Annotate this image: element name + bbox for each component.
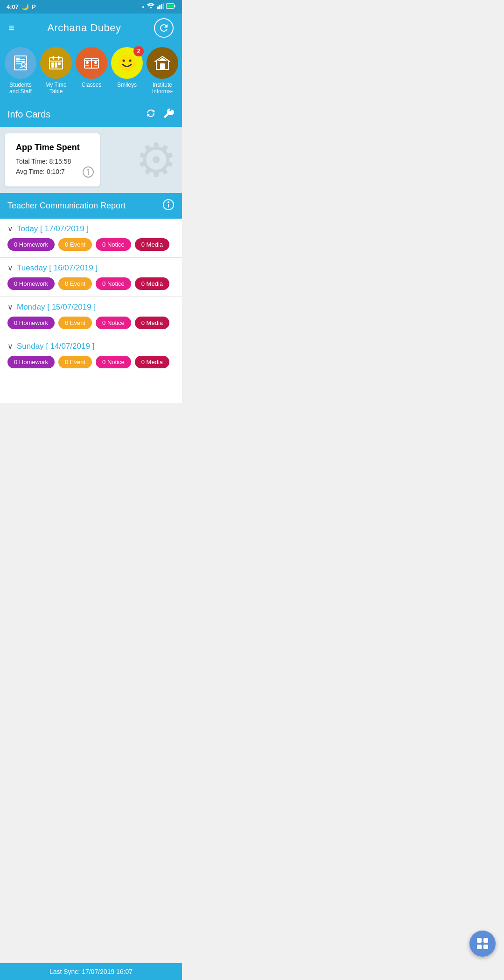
- svg-point-27: [86, 61, 89, 64]
- total-time: Total Time: 8:15:58: [16, 156, 89, 166]
- battery-icon: [166, 3, 175, 10]
- svg-point-34: [129, 60, 132, 62]
- students-icon-circle: [5, 47, 36, 79]
- tags-row-tuesday: 0 Homework 0 Event 0 Notice 0 Media: [0, 275, 182, 297]
- timetable-icon-circle: [40, 47, 72, 79]
- date-row-tuesday: ∨ Tuesday [ 16/07/2019 ]: [0, 258, 182, 275]
- svg-point-33: [123, 60, 125, 62]
- svg-rect-5: [175, 5, 175, 7]
- media-tag-today[interactable]: 0 Media: [135, 238, 169, 251]
- info-icon[interactable]: [82, 166, 94, 181]
- chevron-today[interactable]: ∨: [7, 224, 13, 233]
- event-tag-monday[interactable]: 0 Event: [58, 317, 92, 329]
- svg-rect-3: [163, 3, 164, 9]
- date-row-today: ∨ Today [ 17/07/2019 ]: [0, 219, 182, 235]
- p-icon: P: [32, 3, 36, 10]
- status-bar: 4:07 🌙 P •: [0, 0, 182, 14]
- watermark: ⚙: [135, 132, 177, 187]
- homework-tag-today[interactable]: 0 Homework: [7, 238, 55, 251]
- refresh-icon[interactable]: [145, 107, 157, 122]
- date-label-monday: Monday [ 15/07/2019 ]: [17, 303, 96, 312]
- svg-rect-6: [167, 5, 174, 8]
- comm-report-header: Teacher Communication Report: [0, 193, 182, 219]
- timetable-icon-item[interactable]: My Time Table: [39, 47, 73, 95]
- svg-rect-0: [157, 7, 159, 9]
- smileys-icon-item[interactable]: 2 Smileys: [110, 47, 144, 95]
- notice-tag-today[interactable]: 0 Notice: [96, 238, 131, 251]
- homework-tag-sunday[interactable]: 0 Homework: [7, 356, 55, 368]
- event-tag-sunday[interactable]: 0 Event: [58, 356, 92, 368]
- signal-icon: [157, 3, 164, 11]
- svg-rect-35: [160, 63, 165, 69]
- svg-rect-21: [55, 62, 57, 65]
- svg-point-11: [21, 62, 25, 66]
- svg-point-28: [94, 61, 97, 64]
- svg-point-41: [168, 202, 169, 203]
- dot-icon: •: [142, 3, 144, 10]
- date-label-sunday: Sunday [ 14/07/2019 ]: [17, 342, 94, 351]
- svg-rect-22: [58, 62, 61, 65]
- sync-button[interactable]: [154, 18, 174, 38]
- wrench-icon[interactable]: [162, 107, 175, 122]
- timetable-label: My Time Table: [45, 82, 66, 95]
- comm-report-title: Teacher Communication Report: [7, 201, 126, 211]
- date-row-sunday: ∨ Sunday [ 14/07/2019 ]: [0, 336, 182, 353]
- event-tag-tuesday[interactable]: 0 Event: [58, 277, 92, 290]
- institute-icon-circle: [147, 47, 178, 79]
- date-label-today: Today [ 17/07/2019 ]: [17, 224, 89, 234]
- avg-time: Avg Time: 0:10:7: [16, 166, 89, 177]
- smileys-badge: 2: [133, 46, 144, 56]
- media-tag-monday[interactable]: 0 Media: [135, 317, 169, 329]
- tags-row-sunday: 0 Homework 0 Event 0 Notice 0 Media: [0, 353, 182, 375]
- chevron-tuesday[interactable]: ∨: [7, 263, 13, 272]
- tags-row-today: 0 Homework 0 Event 0 Notice 0 Media: [0, 235, 182, 257]
- svg-rect-1: [159, 5, 161, 9]
- homework-tag-monday[interactable]: 0 Homework: [7, 317, 55, 329]
- svg-rect-24: [55, 65, 57, 68]
- students-staff-icon-item[interactable]: Students and Staff: [4, 47, 37, 95]
- notice-tag-monday[interactable]: 0 Notice: [96, 317, 131, 329]
- app-time-card: App Time Spent Total Time: 8:15:58 Avg T…: [5, 133, 100, 186]
- smileys-icon-circle: 2: [111, 47, 143, 79]
- date-row-monday: ∨ Monday [ 15/07/2019 ]: [0, 297, 182, 314]
- report-section: ∨ Today [ 17/07/2019 ] 0 Homework 0 Even…: [0, 219, 182, 403]
- tags-row-monday: 0 Homework 0 Event 0 Notice 0 Media: [0, 314, 182, 336]
- chevron-monday[interactable]: ∨: [7, 303, 13, 311]
- comm-report-info-icon[interactable]: [162, 199, 175, 213]
- moon-icon: 🌙: [21, 3, 29, 10]
- institute-label: Institute Informa-: [152, 82, 173, 95]
- smileys-label: Smileys: [117, 82, 137, 88]
- homework-tag-tuesday[interactable]: 0 Homework: [7, 277, 55, 290]
- top-bar: ≡ Archana Dubey: [0, 14, 182, 42]
- notice-tag-sunday[interactable]: 0 Notice: [96, 356, 131, 368]
- svg-rect-20: [51, 62, 54, 65]
- event-tag-today[interactable]: 0 Event: [58, 238, 92, 251]
- hamburger-menu[interactable]: ≡: [8, 22, 14, 34]
- svg-point-32: [119, 55, 135, 71]
- notice-tag-tuesday[interactable]: 0 Notice: [96, 277, 131, 290]
- svg-rect-23: [51, 65, 54, 68]
- svg-point-38: [88, 169, 89, 170]
- quick-icons-row: Students and Staff My Time Table: [0, 42, 182, 103]
- institute-icon-item[interactable]: Institute Informa-: [146, 47, 179, 95]
- wifi-icon: [147, 3, 155, 11]
- card-title: App Time Spent: [16, 143, 89, 152]
- media-tag-tuesday[interactable]: 0 Media: [135, 277, 169, 290]
- time-display: 4:07: [7, 3, 19, 10]
- info-cards-area: ⚙ App Time Spent Total Time: 8:15:58 Avg…: [0, 127, 182, 193]
- media-tag-sunday[interactable]: 0 Media: [135, 356, 169, 368]
- date-label-tuesday: Tuesday [ 16/07/2019 ]: [17, 263, 98, 273]
- chevron-sunday[interactable]: ∨: [7, 342, 13, 351]
- classes-icon-item[interactable]: Classes: [75, 47, 108, 95]
- classes-label: Classes: [82, 82, 102, 88]
- students-staff-label: Students and Staff: [9, 82, 32, 95]
- info-cards-header: Info Cards: [0, 103, 182, 127]
- info-cards-title: Info Cards: [7, 109, 50, 120]
- classes-icon-circle: [76, 47, 107, 79]
- svg-rect-2: [161, 4, 162, 9]
- user-title: Archana Dubey: [47, 22, 121, 34]
